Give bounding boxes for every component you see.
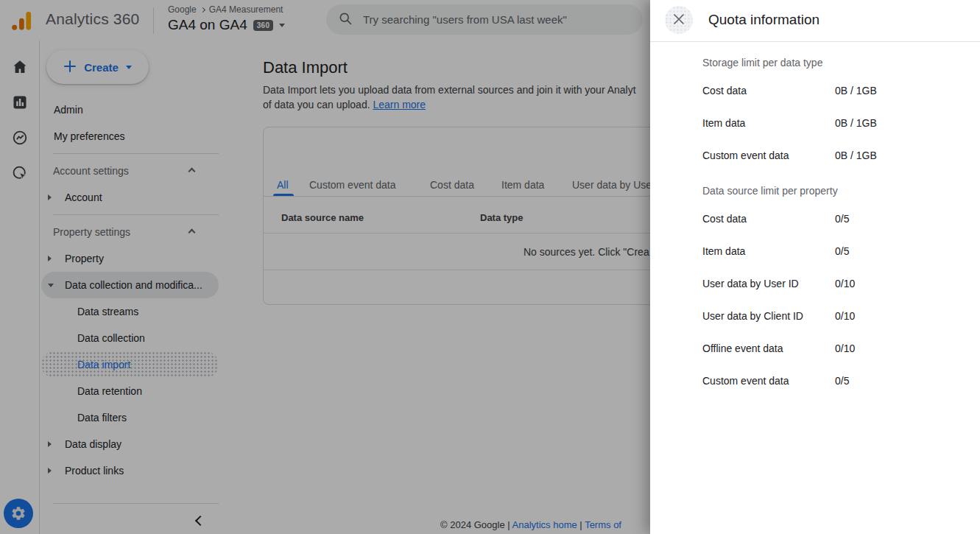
quota-row-value: 0/5: [835, 373, 849, 388]
quota-row-label: Offline event data: [702, 341, 783, 356]
quota-row: Offline event data 0/10: [702, 341, 962, 356]
quota-row: Custom event data 0/5: [702, 373, 962, 388]
quota-row-value: 0B / 1GB: [835, 148, 877, 163]
quota-row-value: 0B / 1GB: [835, 116, 877, 130]
quota-row-label: User data by User ID: [702, 276, 799, 291]
quota-row-value: 0B / 1GB: [835, 83, 877, 98]
quota-row: User data by User ID 0/10: [702, 276, 962, 291]
quota-row-label: Custom event data: [702, 148, 789, 163]
quota-row-label: Cost data: [702, 83, 747, 98]
quota-row-label: Cost data: [702, 211, 747, 226]
quota-row: User data by Client ID 0/10: [702, 309, 962, 323]
quota-row: Item data 0B / 1GB: [702, 116, 962, 130]
quota-row-value: 0/10: [835, 341, 855, 356]
quota-row: Custom event data 0B / 1GB: [702, 148, 962, 163]
close-button[interactable]: [665, 6, 693, 34]
quota-row-label: User data by Client ID: [702, 309, 803, 323]
quota-row-value: 0/5: [835, 244, 849, 259]
quota-row-label: Item data: [702, 116, 745, 130]
quota-information-panel: Quota information Storage limit per data…: [650, 0, 980, 534]
analytics-app: Analytics 360 Google GA4 Measurement GA4…: [0, 0, 980, 534]
quota-row-label: Custom event data: [702, 373, 789, 388]
quota-row-value: 0/5: [835, 211, 849, 226]
modal-scrim[interactable]: [0, 0, 650, 534]
quota-row: Item data 0/5: [702, 244, 962, 259]
quota-row-label: Item data: [702, 244, 745, 259]
close-icon: [673, 13, 685, 27]
quota-row: Cost data 0B / 1GB: [702, 83, 962, 98]
storage-limit-heading: Storage limit per data type: [702, 55, 822, 70]
quota-row-value: 0/10: [835, 276, 855, 291]
source-limit-heading: Data source limit per property: [702, 183, 838, 198]
quota-panel-header: Quota information: [650, 0, 980, 42]
quota-row-value: 0/10: [835, 309, 855, 323]
quota-panel-title: Quota information: [708, 12, 819, 28]
quota-row: Cost data 0/5: [702, 211, 962, 226]
